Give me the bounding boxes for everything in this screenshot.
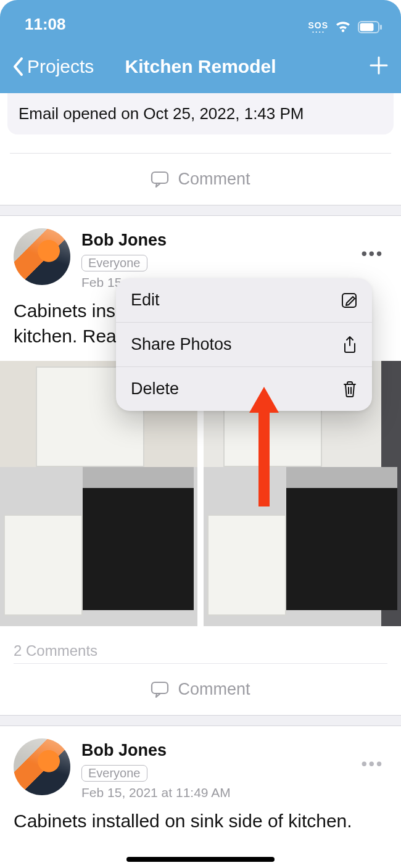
context-menu: Edit Share Photos Delete [116,278,372,411]
status-icons: SOS• • • • [308,20,382,34]
menu-label: Delete [131,379,179,399]
post-more-button[interactable]: ••• [362,244,384,263]
back-button[interactable]: Projects [12,56,94,77]
visibility-pill: Everyone [81,765,147,782]
menu-label: Edit [131,291,160,310]
comment-button[interactable]: Comment [0,154,401,205]
annotation-arrow [246,383,283,506]
battery-icon [358,21,382,33]
nav-bar: Projects Kitchen Remodel [0,40,401,93]
sos-indicator: SOS• • • • [308,21,328,34]
section-separator [0,715,401,726]
email-status-card: Email opened on Oct 25, 2022, 1:43 PM [7,93,394,134]
menu-delete[interactable]: Delete [116,366,372,411]
comment-icon [151,681,169,698]
avatar[interactable] [14,228,70,285]
menu-edit[interactable]: Edit [116,278,372,322]
wifi-icon [334,20,352,34]
status-bar: 11:08 SOS• • • • [0,0,401,40]
menu-label: Share Photos [131,335,232,354]
visibility-pill: Everyone [81,255,147,271]
add-button[interactable] [369,53,389,81]
menu-share-photos[interactable]: Share Photos [116,322,372,366]
edit-icon [341,292,357,308]
trash-icon [342,381,357,398]
avatar[interactable] [14,738,70,795]
post-body: Cabinets installed on sink side of kitch… [14,809,387,834]
svg-rect-1 [360,23,374,31]
chevron-left-icon [12,57,23,76]
home-indicator[interactable] [126,857,275,862]
post-author: Bob Jones [81,738,231,760]
section-separator [0,205,401,216]
svg-rect-4 [152,682,168,693]
comment-label: Comment [178,680,250,699]
post-author: Bob Jones [81,228,167,250]
post-more-button[interactable]: ••• [362,754,384,774]
comment-button[interactable]: Comment [14,664,387,715]
post-item: ••• Bob Jones Everyone Feb 15, 2021 at 1… [0,726,401,834]
comment-label: Comment [178,170,250,189]
back-label: Projects [27,56,94,77]
svg-rect-3 [152,172,168,183]
post-timestamp: Feb 15, 2021 at 11:49 AM [81,785,231,800]
comments-count[interactable]: 2 Comments [14,626,387,663]
clock: 11:08 [25,15,66,34]
share-icon [342,336,357,354]
svg-rect-2 [380,25,382,30]
plus-icon [369,56,389,75]
comment-icon [151,171,169,188]
email-status-text: Email opened on Oct 25, 2022, 1:43 PM [19,104,304,123]
